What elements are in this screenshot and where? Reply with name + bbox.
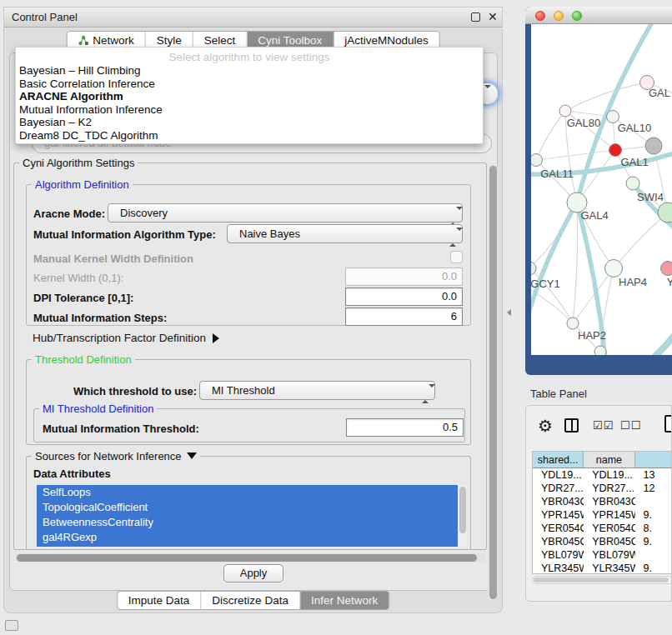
table-row[interactable]: YDL19...YDL19...13 (533, 468, 672, 482)
table-cell: 12 (635, 482, 672, 495)
threshold-definition-group: Threshold Definition Which threshold to … (26, 359, 471, 445)
network-node-hap4[interactable] (605, 260, 623, 278)
network-canvas[interactable]: GALGAL80GAL10GAL1GAL11SWI4GAL4GCY1HAP4YH… (531, 24, 672, 355)
node-label-gal1: GAL1 (620, 156, 648, 168)
table-horizontal-scrollbar[interactable] (532, 576, 672, 584)
node-table[interactable]: shared...name YDL19...YDL19...13YDR27...… (532, 451, 672, 574)
unchecked-checkboxes-icon[interactable]: ☐☐ (620, 419, 641, 432)
collapsed-panel-icon[interactable] (5, 620, 18, 631)
sources-group: Sources for Network Inference Data Attri… (26, 456, 471, 550)
node-label-hap4: HAP4 (619, 276, 647, 288)
network-edge[interactable] (565, 82, 647, 111)
attributes-list-scrollbar[interactable] (458, 485, 467, 547)
table-cell: 9. (635, 508, 672, 522)
attribute-item[interactable]: SelfLoops (37, 485, 467, 500)
manual-kernel-checkbox[interactable] (450, 251, 463, 263)
column-header[interactable] (635, 452, 672, 468)
table-header-row: shared...name (533, 452, 672, 468)
network-node-gray1[interactable] (645, 138, 662, 154)
table-cell: YLR345W (584, 562, 634, 574)
network-edge[interactable] (531, 268, 573, 323)
table-row[interactable]: YER054CYER054C8. (533, 522, 672, 535)
collapse-arrow-icon (187, 452, 197, 459)
float-window-icon[interactable] (471, 12, 480, 22)
algorithm-option[interactable]: ARACNE Algorithm (16, 90, 483, 103)
column-split-icon[interactable] (564, 418, 579, 432)
node-label-gcy1: GCY1 (531, 278, 560, 290)
network-edge[interactable] (536, 150, 615, 160)
network-node-gcy1[interactable] (531, 262, 536, 275)
table-row[interactable]: YBR045CYBR045C9. (533, 535, 672, 548)
network-node-gal11[interactable] (531, 154, 543, 167)
tab-impute-data[interactable]: Impute Data (118, 592, 202, 609)
network-edge[interactable] (573, 202, 578, 323)
cyni-settings-title: Cyni Algorithm Settings (19, 157, 138, 169)
table-row[interactable]: YPR145WYPR145W9. (533, 508, 672, 522)
aracne-mode-combobox[interactable]: Discovery (108, 203, 463, 222)
sources-title[interactable]: Sources for Network Inference (32, 450, 200, 462)
table-cell: YPR145W (533, 508, 584, 522)
table-row[interactable]: YBR043CYBR043C (533, 495, 672, 508)
column-header[interactable]: name (584, 452, 634, 468)
algorithm-option[interactable]: Bayesian – Hill Climbing (16, 64, 483, 78)
network-node-salmon[interactable] (661, 262, 672, 276)
mi-threshold-title: MI Threshold Definition (39, 402, 157, 415)
algorithm-option[interactable]: Dream8 DC_TDC Algorithm (16, 129, 483, 142)
attribute-item[interactable]: BetweennessCentrality (37, 515, 467, 530)
tab-label: Select (204, 34, 236, 47)
settings-vertical-scrollbar[interactable] (488, 164, 498, 601)
tab-infer-network[interactable]: Infer Network (300, 592, 389, 609)
mi-steps-label: Mutual Information Steps: (33, 312, 167, 324)
settings-horizontal-scrollbar[interactable] (15, 552, 485, 562)
algorithm-option[interactable]: Mutual Information Inference (16, 103, 483, 117)
table-row[interactable]: YLR345WYLR345W9. (533, 562, 672, 574)
zoom-traffic-light-icon[interactable] (572, 11, 582, 21)
data-attributes-list[interactable]: SelfLoopsTopologicalCoefficientBetweenne… (37, 485, 467, 547)
hub-definition-expander[interactable]: Hub/Transcription Factor Definition (33, 332, 219, 344)
kernel-width-field[interactable]: 0.0 (345, 268, 463, 286)
mi-type-combobox[interactable]: Naive Bayes (227, 224, 463, 243)
network-edge-thick[interactable] (635, 320, 672, 355)
threshold-definition-title: Threshold Definition (32, 353, 135, 366)
dpi-tolerance-label: DPI Tolerance [0,1]: (33, 292, 133, 304)
table-cell: YBR043C (533, 495, 584, 508)
table-row[interactable]: YDR27...YDR27...12 (533, 482, 672, 495)
attribute-item[interactable]: TopologicalCoefficient (37, 500, 467, 515)
algorithm-option[interactable]: Bayesian – K2 (16, 116, 483, 129)
algorithm-option[interactable]: Basic Correlation Inference (16, 78, 483, 91)
mi-steps-field[interactable]: 6 (345, 308, 463, 326)
tab-discretize-data[interactable]: Discretize Data (201, 592, 300, 609)
network-window-titlebar[interactable] (525, 7, 672, 24)
control-panel-titlebar[interactable]: Control Panel ✕ (4, 8, 502, 28)
network-edge[interactable] (614, 212, 668, 268)
sources-title-text: Sources for Network Inference (35, 450, 182, 462)
attribute-item[interactable]: gal4RGexp (37, 530, 467, 545)
table-cell: 9. (635, 562, 672, 574)
apply-button[interactable]: Apply (223, 564, 283, 582)
table-row[interactable]: YBL079WYBL079W (533, 548, 672, 562)
network-node-botGreen[interactable] (594, 346, 606, 355)
network-node-gal80[interactable] (559, 105, 571, 117)
table-panel-title: Table Panel (530, 388, 587, 400)
mi-threshold-field[interactable]: 0.5 (346, 418, 464, 437)
close-traffic-light-icon[interactable] (535, 11, 545, 21)
which-threshold-combobox[interactable]: MI Threshold (199, 381, 435, 400)
kernel-width-label: Kernel Width (0,1): (33, 272, 123, 284)
node-label-gal10: GAL10 (618, 122, 651, 134)
document-icon[interactable] (664, 415, 672, 432)
network-edge[interactable] (536, 111, 565, 160)
bottom-tab-bar: Impute DataDiscretize DataInfer Network (117, 591, 389, 610)
network-node-hap2[interactable] (567, 318, 579, 329)
gear-icon[interactable]: ⚙ (538, 416, 553, 436)
node-label-pinkTop: GAL (649, 87, 670, 99)
checked-checkboxes-icon[interactable]: ☑☑ (593, 419, 614, 432)
network-node-swi4[interactable] (626, 177, 639, 190)
aracne-mode-label: Aracne Mode: (33, 208, 105, 220)
network-node-gal1[interactable] (609, 144, 622, 157)
panel-splitter[interactable] (507, 309, 511, 316)
minimize-traffic-light-icon[interactable] (554, 11, 564, 21)
node-label-swi4: SWI4 (637, 191, 664, 203)
close-icon[interactable]: ✕ (488, 10, 498, 23)
dpi-tolerance-field[interactable]: 0.0 (345, 288, 463, 306)
column-header[interactable]: shared... (533, 452, 584, 468)
